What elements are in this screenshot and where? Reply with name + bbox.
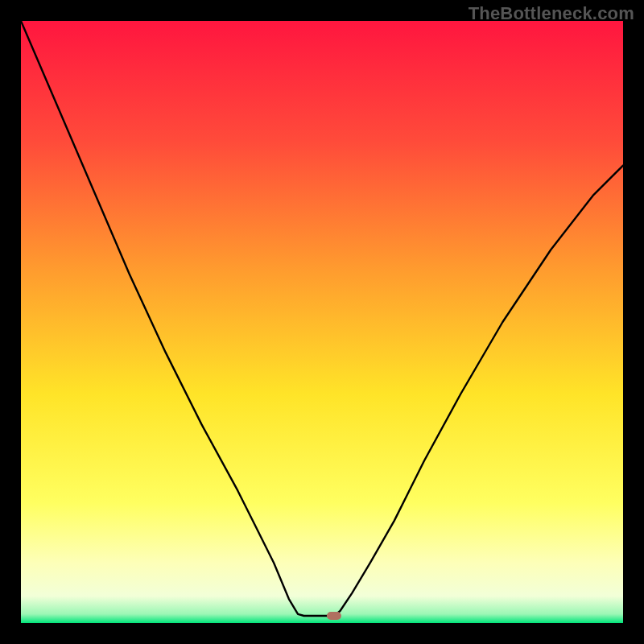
chart-plot-area (21, 21, 623, 623)
optimum-marker (327, 612, 341, 620)
chart-frame: TheBottleneck.com (0, 0, 644, 644)
chart-svg (21, 21, 623, 623)
svg-rect-0 (21, 21, 623, 623)
